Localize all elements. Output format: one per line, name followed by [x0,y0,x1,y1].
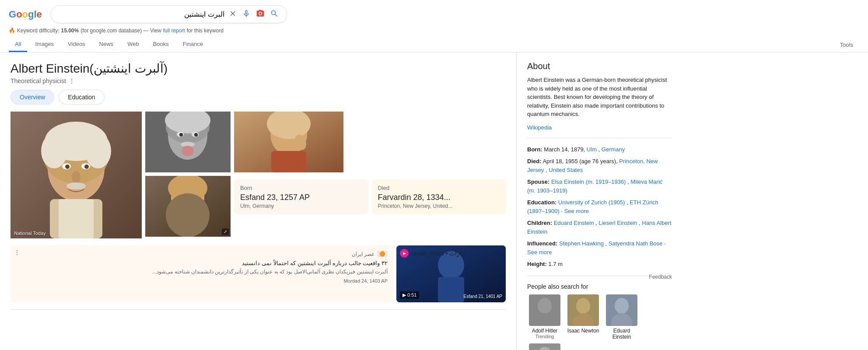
tab-images[interactable]: Images [29,37,60,52]
article-date: Mordad 24, 1403 AP [16,278,388,284]
influenced-comma: , [606,240,609,247]
height-field-label: Height: [527,261,547,267]
tab-overview[interactable]: Overview [10,90,54,105]
tab-education[interactable]: Education [59,90,104,105]
photo-section: National Today [10,112,506,238]
video-play-btn[interactable]: ▶ 0:51 [400,291,419,299]
tab-finance[interactable]: Finance [177,37,209,52]
spouse-link-1[interactable]: Elsa Einstein (m. 1919–1936) [551,178,626,185]
died-country-link[interactable]: United States [549,167,583,173]
article-more-icon[interactable]: ⋮ [14,249,20,256]
pas-item-3[interactable]: Stephen Hawking [527,343,562,350]
tab-books[interactable]: Books [147,37,175,52]
pas-label-0: Trending [535,334,554,339]
born-country-link[interactable]: Germany [602,146,625,153]
children-field-label: Children: [527,220,552,226]
svg-point-6 [85,133,111,168]
children-link-1[interactable]: Eduard Einstein [554,220,594,226]
photo-stack: ⤢ [145,112,231,238]
svg-rect-33 [271,151,306,172]
about-title: About [527,61,672,71]
video-overlay: ▶ rayan_class • ایاراث ▶ 0:51 Esfand 21,… [396,245,506,302]
born-date: March 14, 1879, [544,146,587,153]
main-photo[interactable]: National Today [10,112,142,238]
article-source-badge: 🟠 [377,251,388,257]
video-play[interactable]: ▶ 0:51 [400,291,419,299]
born-label: Born [240,185,362,191]
photo-tongue[interactable] [145,112,231,172]
article-desc: آلبرت اینشتین فیزیکدان نظری آلمانی‌الاصل… [16,268,388,276]
education-see-more-link[interactable]: See more [564,208,589,214]
article-source: 🟠 عصر ایران [16,251,388,257]
search-input[interactable] [58,10,224,18]
pas-item-2[interactable]: Eduard Einstein [604,294,639,340]
born-city-link[interactable]: Ulm [587,146,597,153]
left-panel: Albert Einstein(آلبرت اینشتین) Theoretic… [0,52,516,350]
pas-name-0: Adolf Hitler [532,328,558,334]
tools-button[interactable]: Tools [834,38,859,52]
entity-tabs: Overview Education [10,90,506,105]
about-influenced: Influenced: Stephen Hawking , Satyendra … [527,239,672,256]
about-divider-1 [527,138,672,138]
keyword-difficulty-value: 15.00% [61,28,79,34]
pas-avatar-2 [606,294,637,326]
clear-search-button[interactable] [228,9,238,20]
svg-point-24 [182,146,194,156]
about-born: Born: March 14, 1879, Ulm , Germany [527,145,672,154]
main-content: Albert Einstein(آلبرت اینشتین) Theoretic… [0,52,868,350]
education-separator: · [561,208,564,214]
image-search-button[interactable] [255,8,266,20]
expand-icon[interactable]: ⤢ [222,228,229,235]
svg-point-41 [573,313,594,326]
video-source-icon: ▶ [400,249,409,258]
full-report-link[interactable]: full report [163,28,185,34]
children-link-2[interactable]: Lieserl Einstein [598,220,637,226]
svg-point-9 [65,164,70,169]
pas-avatar-0 [529,294,560,326]
info-cards: Born Esfand 23, 1257 AP Ulm, Germany Die… [234,179,506,214]
pas-item-0[interactable]: Adolf Hitler Trending [527,294,562,340]
photo-caption: National Today [14,231,46,236]
svg-point-11 [72,171,80,183]
spouse-field-label: Spouse: [527,178,550,185]
pas-item-1[interactable]: Isaac Newton [566,294,601,340]
svg-point-10 [84,164,89,169]
wikipedia-link[interactable]: Wikipedia [527,124,552,131]
born-card: Born Esfand 23, 1257 AP Ulm, Germany [234,179,368,214]
search-submit-button[interactable] [269,8,280,20]
keyword-hint-middle: (for google.com database) — View [80,28,161,34]
more-options-icon[interactable]: ⋮ [69,77,75,84]
photo-seated[interactable]: ⤢ [145,176,231,237]
influenced-link-1[interactable]: Stephen Hawking [559,240,604,247]
influenced-link-2[interactable]: Satyendra Nath Bose [609,240,663,247]
photo-color-large[interactable] [234,112,343,172]
influenced-see-more-link[interactable]: See more [527,249,552,256]
svg-rect-14 [59,199,94,238]
video-source: ▶ rayan_class • ایاراث [400,249,465,258]
video-source-name: rayan_class • ایاراث [411,250,465,257]
feedback-button[interactable]: Feedback [649,274,672,280]
tab-news[interactable]: News [93,37,120,52]
influenced-separator: · [664,240,666,247]
tab-all[interactable]: All [9,37,27,52]
photo-right: Born Esfand 23, 1257 AP Ulm, Germany Die… [234,112,506,238]
tab-web[interactable]: Web [121,37,145,52]
entity-title: Albert Einstein(آلبرت اینشتین) [10,61,506,76]
died-value: Farvardin 28, 1334... [378,193,500,202]
svg-point-21 [179,133,183,136]
voice-search-button[interactable] [241,8,252,20]
article-card[interactable]: ⋮ 🟠 عصر ایران ۳۲ واقعیت جالب درباره آلبر… [10,245,393,302]
keyword-hint-suffix: for this keyword [187,28,224,34]
svg-point-28 [166,193,210,237]
height-value: 1.7 m [548,261,563,267]
svg-point-44 [538,347,552,350]
pas-avatar-1 [567,294,599,326]
about-children: Children: Eduard Einstein , Lieserl Eins… [527,219,672,236]
svg-point-12 [66,182,86,189]
pas-name-2: Eduard Einstein [604,328,639,340]
svg-point-0 [259,13,261,15]
svg-point-39 [534,313,555,326]
video-card[interactable]: ▶ rayan_class • ایاراث ▶ 0:51 Esfand 21,… [396,245,506,302]
tab-videos[interactable]: Videos [62,37,91,52]
education-link-1[interactable]: University of Zurich (1905) [558,199,625,206]
